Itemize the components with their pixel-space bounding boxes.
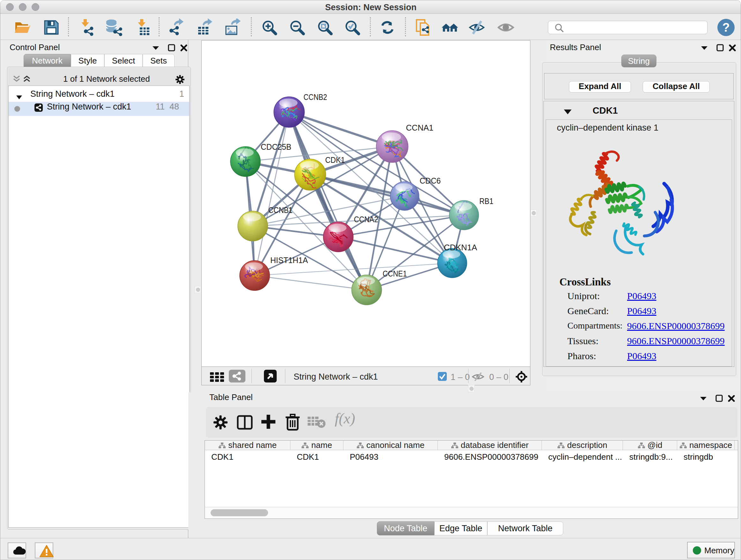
svg-text:RB1: RB1: [479, 196, 493, 206]
svg-text:CCNA2: CCNA2: [354, 214, 378, 224]
svg-text:HIST1H1A: HIST1H1A: [270, 255, 308, 265]
svg-text:CCNA1: CCNA1: [406, 123, 433, 132]
svg-text:CDKN1A: CDKN1A: [444, 243, 477, 252]
svg-text:CDC25B: CDC25B: [261, 142, 291, 152]
svg-text:CDC6: CDC6: [420, 176, 441, 186]
svg-text:?: ?: [722, 21, 730, 34]
svg-text:CCNB1: CCNB1: [268, 205, 293, 215]
svg-text:CDK1: CDK1: [325, 155, 345, 165]
svg-text:CCNB2: CCNB2: [304, 92, 327, 102]
svg-text:CCNE1: CCNE1: [383, 269, 407, 278]
